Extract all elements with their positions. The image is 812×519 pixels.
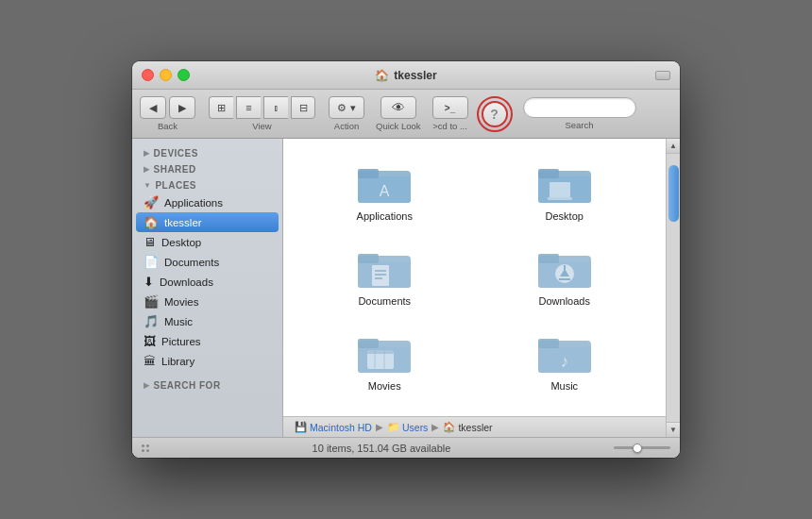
- svg-rect-2: [358, 169, 379, 178]
- action-label: Action: [334, 121, 359, 131]
- status-dot3: [142, 449, 144, 452]
- hd-label: Macintosh HD: [310, 422, 372, 433]
- documents-folder-icon: [356, 244, 413, 292]
- pictures-icon: 🖼: [144, 334, 156, 348]
- scrollbar-thumb[interactable]: [668, 165, 679, 222]
- downloads-label: Downloads: [539, 295, 590, 307]
- sidebar-item-music[interactable]: 🎵 Music: [132, 311, 282, 331]
- content-area: A Applications Desktop: [283, 139, 666, 437]
- devices-arrow-icon: ▶: [144, 149, 150, 158]
- titlebar: 🏠 tkessler: [132, 61, 680, 90]
- svg-rect-11: [358, 254, 379, 263]
- traffic-lights: [142, 69, 190, 81]
- downloads-icon: ⬇: [144, 275, 154, 289]
- file-item-downloads[interactable]: Downloads: [479, 239, 651, 316]
- sidebar-library-label: Library: [161, 356, 195, 367]
- sidebar-item-library[interactable]: 🏛 Library: [132, 351, 282, 371]
- tkessler-bc-label: tkessler: [458, 422, 492, 433]
- search-input[interactable]: [523, 97, 636, 118]
- places-label: PLACES: [155, 180, 196, 191]
- scrollbar-down[interactable]: ▼: [667, 422, 681, 437]
- sidebar-group-places[interactable]: ▼ PLACES: [132, 176, 282, 193]
- file-item-movies[interactable]: Movies: [298, 324, 471, 401]
- scrollbar-up[interactable]: ▲: [667, 139, 681, 154]
- search-arrow-icon: ▶: [144, 381, 150, 390]
- svg-rect-32: [538, 339, 559, 348]
- back-button[interactable]: ◀: [140, 96, 166, 119]
- places-arrow-icon: ▼: [144, 181, 151, 190]
- status-bar: 10 items, 151.04 GB available: [132, 437, 680, 458]
- sidebar-group-shared[interactable]: ▶ SHARED: [132, 160, 282, 176]
- desktop-icon: 🖥: [144, 235, 156, 249]
- movies-folder-icon: [356, 329, 413, 377]
- movies-icon: 🎬: [144, 294, 159, 309]
- column-view-button[interactable]: ⫾: [263, 96, 288, 119]
- sidebar-item-documents[interactable]: 📄 Documents: [132, 252, 282, 272]
- title-text: tkessler: [394, 69, 436, 82]
- downloads-folder-icon: [536, 244, 593, 292]
- breadcrumb-hd[interactable]: 💾 Macintosh HD: [295, 421, 372, 433]
- file-item-documents[interactable]: Documents: [298, 239, 471, 316]
- scrollbar-track[interactable]: [667, 154, 681, 422]
- breadcrumb-users[interactable]: 📁 Users: [387, 421, 428, 433]
- sidebar: ▶ DEVICES ▶ SHARED ▼ PLACES 🚀 Applicatio…: [132, 139, 283, 437]
- cd-button[interactable]: >_: [432, 96, 468, 119]
- sidebar-downloads-label: Downloads: [160, 276, 213, 288]
- file-grid: A Applications Desktop: [283, 139, 666, 416]
- users-label: Users: [402, 422, 428, 433]
- forward-button[interactable]: ▶: [169, 96, 195, 119]
- maximize-button[interactable]: [178, 69, 190, 81]
- action-section: ⚙ ▾ Action: [329, 96, 364, 131]
- status-dot2: [146, 444, 149, 447]
- icon-view-button[interactable]: ⊞: [209, 96, 233, 119]
- music-icon: 🎵: [144, 314, 159, 328]
- svg-rect-6: [538, 169, 559, 178]
- help-button[interactable]: ?: [482, 101, 508, 127]
- sidebar-item-tkessler[interactable]: 🏠 tkessler: [136, 212, 279, 232]
- sidebar-item-applications[interactable]: 🚀 Applications: [132, 193, 282, 212]
- svg-rect-27: [367, 350, 394, 354]
- slider-track[interactable]: [614, 446, 670, 449]
- close-button[interactable]: [142, 69, 154, 81]
- movies-label: Movies: [368, 380, 401, 392]
- sidebar-item-pictures[interactable]: 🖼 Pictures: [132, 331, 282, 351]
- applications-label: Applications: [357, 210, 413, 222]
- library-icon: 🏛: [144, 354, 156, 368]
- file-item-desktop[interactable]: Desktop: [479, 154, 651, 231]
- shared-label: SHARED: [154, 164, 196, 175]
- sidebar-group-search[interactable]: ▶ SEARCH FOR: [132, 377, 282, 393]
- minimize-button[interactable]: [160, 69, 172, 81]
- quicklook-section: 👁 Quick Look: [376, 96, 421, 131]
- resize-button[interactable]: [655, 71, 670, 80]
- action-button[interactable]: ⚙ ▾: [329, 96, 364, 119]
- cover-view-button[interactable]: ⊟: [291, 96, 315, 119]
- tkessler-icon: 🏠: [144, 215, 159, 229]
- file-item-applications[interactable]: A Applications: [298, 154, 471, 231]
- scrollbar: ▲ ▼: [666, 139, 680, 437]
- status-dots: [142, 444, 149, 452]
- status-text: 10 items, 151.04 GB available: [313, 443, 451, 454]
- breadcrumb-tkessler: 🏠 tkessler: [443, 421, 492, 433]
- documents-icon: 📄: [144, 255, 159, 269]
- list-view-button[interactable]: ≡: [236, 96, 261, 119]
- search-for-label: SEARCH FOR: [154, 380, 221, 391]
- music-label: Music: [550, 380, 578, 392]
- slider-thumb[interactable]: [633, 444, 642, 453]
- applications-folder-icon: A: [356, 159, 413, 207]
- svg-rect-18: [538, 254, 559, 263]
- svg-rect-12: [372, 265, 389, 286]
- view-section: ⊞ ≡ ⫾ ⊟ View: [209, 96, 315, 131]
- back-label: Back: [158, 121, 178, 131]
- sidebar-item-desktop[interactable]: 🖥 Desktop: [132, 232, 282, 252]
- sidebar-item-movies[interactable]: 🎬 Movies: [132, 292, 282, 311]
- sidebar-item-downloads[interactable]: ⬇ Downloads: [132, 272, 282, 292]
- quicklook-button[interactable]: 👁: [381, 96, 416, 119]
- help-section: ?: [482, 101, 508, 127]
- svg-text:A: A: [380, 183, 390, 199]
- sidebar-pictures-label: Pictures: [161, 336, 201, 347]
- zoom-slider[interactable]: [614, 446, 670, 449]
- sidebar-group-devices[interactable]: ▶ DEVICES: [132, 144, 282, 160]
- cd-label: >cd to ...: [432, 121, 467, 131]
- file-item-music[interactable]: ♪ Music: [479, 324, 651, 401]
- status-bar-content: 10 items, 151.04 GB available: [132, 443, 680, 454]
